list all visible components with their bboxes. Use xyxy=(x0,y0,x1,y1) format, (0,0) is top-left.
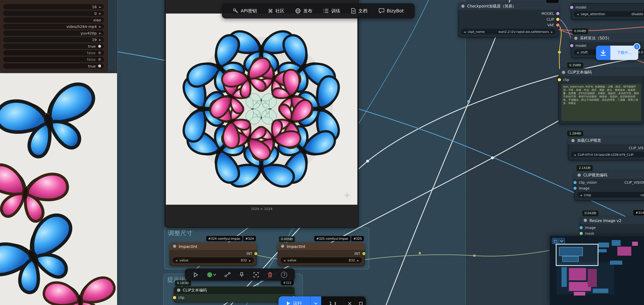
decrement-arrow-icon[interactable]: ◀ xyxy=(580,193,582,196)
node-header[interactable]: ImpactInt xyxy=(278,242,365,250)
minimap-viewport[interactable] xyxy=(556,244,598,266)
run-options-button[interactable] xyxy=(310,296,321,305)
text-widget[interactable]: xiao xyxy=(3,17,104,23)
model-input-port[interactable] xyxy=(570,5,574,10)
node-header[interactable]: Checkpoint加载器（简易） xyxy=(458,3,558,10)
value-widget[interactable]: ◀ value 832 ▶ xyxy=(172,257,254,263)
clip-vision-encode-node[interactable]: 2.141秒 CLIP视觉编码 clip_vision CLIP_VISION … xyxy=(574,171,644,201)
mask-input-port[interactable] xyxy=(579,231,583,236)
int-output-port[interactable] xyxy=(254,251,258,256)
increment-arrow-icon[interactable]: ▶ xyxy=(249,259,251,261)
run-bar[interactable]: 运行 1 ▲▼ xyxy=(278,296,366,305)
docs-button[interactable]: 文档 xyxy=(352,8,368,14)
clip-text-encode-node-322[interactable]: 0.183秒 #322 CLIP文本编码 clip CON xyxy=(174,286,294,303)
impactint-node-324[interactable]: #324 comfyui-Impac #324 ImpactInt INT ◀ … xyxy=(170,242,257,266)
node-header[interactable]: 加载CLIP视觉 xyxy=(568,137,644,144)
community-button[interactable]: ⌘ 社区 xyxy=(268,8,284,14)
toggle-widget[interactable]: false xyxy=(3,50,104,56)
increment-arrow-icon[interactable]: ▶ xyxy=(357,259,359,261)
download-toast[interactable]: 下载中... 1 xyxy=(596,46,638,60)
video-combine-widgets-node[interactable]: 16 ▶ 0 ▶ xiao video/h264-mp4 ▶ yuv420p ▶… xyxy=(0,0,108,72)
model-output-port[interactable] xyxy=(556,12,560,16)
preview-image-node[interactable]: 1024 × 1024 xyxy=(165,0,359,228)
clip-input-port[interactable] xyxy=(172,295,177,300)
bizybot-button[interactable]: BizyBot xyxy=(378,8,404,14)
combo-widget[interactable]: yuv420p ▶ xyxy=(3,31,104,36)
increment-arrow-icon[interactable]: ▶ xyxy=(99,38,101,41)
resize-image-node[interactable]: 0.042秒 #314 co Resize Image v2 image mas… xyxy=(580,216,644,238)
help-icon[interactable]: ? xyxy=(281,271,287,278)
image-input-port[interactable] xyxy=(573,186,577,190)
clip-input-port[interactable] xyxy=(558,78,562,82)
clip-vision-model-widget[interactable]: ◀ CLIP-ViT-H-14-laion2B-s32B-b79_CLIP- xyxy=(571,152,644,157)
int-output-port[interactable] xyxy=(362,251,366,256)
toggle-dot[interactable] xyxy=(98,58,101,61)
cancel-run-button[interactable] xyxy=(344,296,355,305)
decrement-arrow-icon[interactable]: ◀ xyxy=(577,13,578,16)
training-button[interactable]: 训练 xyxy=(323,8,340,14)
node-mode-toggle[interactable] xyxy=(207,271,216,278)
vae-output-port[interactable] xyxy=(556,23,560,27)
node-id-tag[interactable]: #324 xyxy=(243,236,256,241)
minimap-mode-icon[interactable] xyxy=(552,238,558,244)
collapse-node-button[interactable] xyxy=(253,271,259,278)
node-id-tag[interactable]: #314 co xyxy=(634,210,644,215)
number-widget[interactable]: 16 ▶ xyxy=(3,4,104,10)
sage-attention-node[interactable]: model ◀ sage_attention disable xyxy=(571,3,644,20)
toggle-dot[interactable] xyxy=(98,65,101,68)
crop-widget[interactable]: ◀ crop ce xyxy=(577,192,644,198)
run-count-stepper[interactable]: 1 ▲▼ xyxy=(321,296,344,305)
clip-text-encode-negative-node[interactable]: 0.358秒 CLIP文本编码 clip text, watermark, NS… xyxy=(558,69,644,124)
increment-arrow-icon[interactable]: ▶ xyxy=(99,5,101,8)
number-widget[interactable]: 19 ▶ xyxy=(3,37,104,42)
increment-arrow-icon[interactable]: ▶ xyxy=(551,30,553,33)
top-toolbar[interactable]: API密钥 ⌘ 社区 发布 训练 文档 xyxy=(222,3,415,19)
run-button[interactable]: 运行 xyxy=(278,296,310,305)
toggle-widget[interactable]: true xyxy=(3,63,104,69)
model-input-port[interactable] xyxy=(570,44,574,48)
link-nodes-button[interactable] xyxy=(224,271,231,278)
node-id-tag[interactable]: #325 xyxy=(351,236,364,241)
minimap-layers-icon[interactable] xyxy=(558,238,565,244)
impactint-node-325[interactable]: 0.005秒 #325 comfyui-Impac #325 ImpactInt… xyxy=(278,242,365,266)
node-header[interactable]: CLIP视觉编码 xyxy=(574,171,644,179)
delete-node-button[interactable] xyxy=(267,271,274,278)
decrement-arrow-icon[interactable]: ◀ xyxy=(464,30,466,33)
comfyui-canvas[interactable]: 调整尺寸 提示词 16 ▶ 0 ▶ xi xyxy=(0,0,644,305)
toggle-dot[interactable] xyxy=(98,52,101,54)
run-node-button[interactable] xyxy=(192,271,199,278)
publish-button[interactable]: 发布 xyxy=(296,8,312,14)
node-header[interactable]: ImpactInt xyxy=(170,242,257,250)
api-key-button[interactable]: API密钥 xyxy=(233,8,257,14)
increment-arrow-icon[interactable]: ▶ xyxy=(99,32,101,35)
node-header[interactable]: CLIP文本编码 xyxy=(558,69,644,76)
image-input-port[interactable] xyxy=(579,226,583,230)
minimap[interactable] xyxy=(550,235,644,305)
increment-arrow-icon[interactable]: ▶ xyxy=(99,12,101,15)
download-button[interactable] xyxy=(596,46,610,60)
node-id-tag[interactable]: #325 comfyui-Impac xyxy=(314,236,350,241)
decrement-arrow-icon[interactable]: ◀ xyxy=(577,51,578,54)
toggle-dot[interactable] xyxy=(98,45,101,48)
prompt-textarea[interactable]: text, watermark, NSFW, 色调艳丽，过曝，静态，细节模糊不清… xyxy=(562,84,641,121)
node-header[interactable]: 采样算法（SD3） xyxy=(571,35,644,42)
ckpt-name-widget[interactable]: ◀ ckpt_name wan2.2-i2v-rapid-aio.safeten… xyxy=(461,29,556,35)
count-down-icon[interactable]: ▼ xyxy=(334,303,336,305)
node-id-tag[interactable]: #324 comfyui-Impac xyxy=(206,236,242,241)
toggle-widget[interactable]: false xyxy=(3,57,104,62)
decrement-arrow-icon[interactable]: ◀ xyxy=(284,259,285,261)
clip-vision-input-port[interactable] xyxy=(573,180,577,185)
toggle-widget[interactable]: true xyxy=(3,44,104,49)
sage-attention-widget[interactable]: ◀ sage_attention disable xyxy=(574,11,644,17)
sparkle-icon[interactable] xyxy=(344,192,351,199)
node-context-toolbar[interactable]: ? xyxy=(185,268,295,281)
pin-node-button[interactable] xyxy=(238,271,245,278)
node-header[interactable]: Resize Image v2 xyxy=(580,216,644,224)
checkpoint-loader-node[interactable]: Checkpoint加载器（简易） MODEL CLIP VAE ◀ ckpt_… xyxy=(458,3,558,38)
decrement-arrow-icon[interactable]: ◀ xyxy=(574,153,576,156)
increment-arrow-icon[interactable]: ▶ xyxy=(99,25,101,28)
number-widget[interactable]: 0 ▶ xyxy=(3,11,104,16)
decrement-arrow-icon[interactable]: ◀ xyxy=(175,259,177,261)
combo-widget[interactable]: video/h264-mp4 ▶ xyxy=(3,24,104,29)
generated-image[interactable] xyxy=(166,14,357,205)
